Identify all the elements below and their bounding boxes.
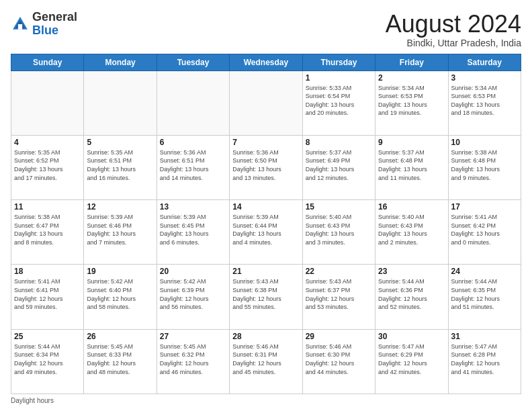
day-number: 25 bbox=[14, 332, 81, 341]
title-block: August 2024 Bindki, Uttar Pradesh, India bbox=[386, 11, 521, 48]
calendar-day-header: Saturday bbox=[448, 54, 521, 71]
day-number: 4 bbox=[14, 138, 81, 147]
logo-blue-text: Blue bbox=[32, 24, 58, 37]
day-number: 14 bbox=[232, 202, 299, 212]
day-number: 12 bbox=[87, 202, 153, 212]
calendar-day-header: Monday bbox=[84, 54, 157, 71]
day-info: Sunrise: 5:35 AMSunset: 6:52 PMDaylight:… bbox=[14, 148, 81, 182]
day-info: Sunrise: 5:41 AMSunset: 6:42 PMDaylight:… bbox=[451, 213, 518, 246]
calendar-cell: 24Sunrise: 5:44 AMSunset: 6:35 PMDayligh… bbox=[448, 265, 521, 329]
calendar-cell: 5Sunrise: 5:35 AMSunset: 6:51 PMDaylight… bbox=[84, 135, 157, 199]
calendar-cell: 11Sunrise: 5:38 AMSunset: 6:47 PMDayligh… bbox=[11, 200, 84, 265]
calendar-cell: 20Sunrise: 5:42 AMSunset: 6:39 PMDayligh… bbox=[157, 265, 229, 329]
calendar-day-header: Tuesday bbox=[157, 54, 229, 71]
calendar-cell bbox=[11, 71, 84, 135]
calendar-cell: 31Sunrise: 5:47 AMSunset: 6:28 PMDayligh… bbox=[448, 329, 521, 394]
logo-text: General Blue bbox=[32, 11, 77, 38]
day-number: 29 bbox=[306, 332, 372, 341]
day-info: Sunrise: 5:45 AMSunset: 6:32 PMDaylight:… bbox=[160, 342, 226, 376]
day-info: Sunrise: 5:34 AMSunset: 6:53 PMDaylight:… bbox=[451, 84, 518, 118]
calendar-cell: 6Sunrise: 5:36 AMSunset: 6:51 PMDaylight… bbox=[157, 135, 229, 199]
calendar-cell: 15Sunrise: 5:40 AMSunset: 6:43 PMDayligh… bbox=[302, 200, 375, 265]
day-number: 18 bbox=[14, 267, 81, 276]
calendar-week-row: 18Sunrise: 5:41 AMSunset: 6:41 PMDayligh… bbox=[11, 265, 521, 329]
calendar-cell: 16Sunrise: 5:40 AMSunset: 6:43 PMDayligh… bbox=[375, 200, 448, 265]
footer-note: Daylight hours bbox=[11, 397, 521, 404]
calendar-cell: 4Sunrise: 5:35 AMSunset: 6:52 PMDaylight… bbox=[11, 135, 84, 199]
calendar-cell: 2Sunrise: 5:34 AMSunset: 6:53 PMDaylight… bbox=[375, 71, 448, 135]
calendar-cell: 13Sunrise: 5:39 AMSunset: 6:45 PMDayligh… bbox=[157, 200, 229, 265]
calendar-cell: 10Sunrise: 5:38 AMSunset: 6:48 PMDayligh… bbox=[448, 135, 521, 199]
day-info: Sunrise: 5:46 AMSunset: 6:30 PMDaylight:… bbox=[306, 342, 372, 376]
calendar-cell: 30Sunrise: 5:47 AMSunset: 6:29 PMDayligh… bbox=[375, 329, 448, 394]
day-number: 16 bbox=[378, 202, 445, 212]
calendar-cell: 3Sunrise: 5:34 AMSunset: 6:53 PMDaylight… bbox=[448, 71, 521, 135]
calendar-header-row: SundayMondayTuesdayWednesdayThursdayFrid… bbox=[11, 54, 521, 71]
calendar-cell: 23Sunrise: 5:44 AMSunset: 6:36 PMDayligh… bbox=[375, 265, 448, 329]
logo: General Blue bbox=[11, 11, 77, 38]
day-info: Sunrise: 5:45 AMSunset: 6:33 PMDaylight:… bbox=[87, 342, 153, 376]
day-info: Sunrise: 5:37 AMSunset: 6:48 PMDaylight:… bbox=[378, 148, 445, 182]
day-info: Sunrise: 5:44 AMSunset: 6:35 PMDaylight:… bbox=[451, 277, 518, 311]
day-number: 13 bbox=[160, 202, 226, 212]
page: General Blue August 2024 Bindki, Uttar P… bbox=[0, 0, 532, 411]
day-number: 22 bbox=[306, 267, 372, 276]
calendar-week-row: 1Sunrise: 5:33 AMSunset: 6:54 PMDaylight… bbox=[11, 71, 521, 135]
day-number: 19 bbox=[87, 267, 153, 276]
calendar-cell bbox=[230, 71, 302, 135]
day-info: Sunrise: 5:38 AMSunset: 6:47 PMDaylight:… bbox=[14, 213, 81, 246]
day-info: Sunrise: 5:41 AMSunset: 6:41 PMDaylight:… bbox=[14, 277, 81, 311]
day-info: Sunrise: 5:36 AMSunset: 6:50 PMDaylight:… bbox=[232, 148, 299, 182]
day-number: 3 bbox=[451, 73, 518, 83]
day-number: 8 bbox=[306, 138, 372, 147]
day-number: 7 bbox=[232, 138, 299, 147]
calendar-cell: 21Sunrise: 5:43 AMSunset: 6:38 PMDayligh… bbox=[230, 265, 302, 329]
day-number: 24 bbox=[451, 267, 518, 276]
day-number: 20 bbox=[160, 267, 226, 276]
calendar-cell: 9Sunrise: 5:37 AMSunset: 6:48 PMDaylight… bbox=[375, 135, 448, 199]
calendar-day-header: Sunday bbox=[11, 54, 84, 71]
calendar-cell: 27Sunrise: 5:45 AMSunset: 6:32 PMDayligh… bbox=[157, 329, 229, 394]
day-info: Sunrise: 5:39 AMSunset: 6:44 PMDaylight:… bbox=[232, 213, 299, 246]
day-number: 2 bbox=[378, 73, 445, 83]
logo-general-text: General bbox=[32, 10, 77, 24]
calendar-cell: 26Sunrise: 5:45 AMSunset: 6:33 PMDayligh… bbox=[84, 329, 157, 394]
location-subtitle: Bindki, Uttar Pradesh, India bbox=[386, 38, 521, 48]
day-info: Sunrise: 5:44 AMSunset: 6:34 PMDaylight:… bbox=[14, 342, 81, 376]
calendar-cell: 14Sunrise: 5:39 AMSunset: 6:44 PMDayligh… bbox=[230, 200, 302, 265]
day-info: Sunrise: 5:47 AMSunset: 6:29 PMDaylight:… bbox=[378, 342, 445, 376]
calendar-cell: 18Sunrise: 5:41 AMSunset: 6:41 PMDayligh… bbox=[11, 265, 84, 329]
day-info: Sunrise: 5:43 AMSunset: 6:38 PMDaylight:… bbox=[232, 277, 299, 311]
day-info: Sunrise: 5:38 AMSunset: 6:48 PMDaylight:… bbox=[451, 148, 518, 182]
day-info: Sunrise: 5:40 AMSunset: 6:43 PMDaylight:… bbox=[306, 213, 372, 246]
day-number: 23 bbox=[378, 267, 445, 276]
day-number: 31 bbox=[451, 332, 518, 341]
day-info: Sunrise: 5:39 AMSunset: 6:45 PMDaylight:… bbox=[160, 213, 226, 246]
calendar-cell: 17Sunrise: 5:41 AMSunset: 6:42 PMDayligh… bbox=[448, 200, 521, 265]
calendar-week-row: 25Sunrise: 5:44 AMSunset: 6:34 PMDayligh… bbox=[11, 329, 521, 394]
day-info: Sunrise: 5:39 AMSunset: 6:46 PMDaylight:… bbox=[87, 213, 153, 246]
logo-icon bbox=[11, 15, 30, 34]
day-info: Sunrise: 5:37 AMSunset: 6:49 PMDaylight:… bbox=[306, 148, 372, 182]
calendar-day-header: Friday bbox=[375, 54, 448, 71]
day-info: Sunrise: 5:43 AMSunset: 6:37 PMDaylight:… bbox=[306, 277, 372, 311]
calendar-cell bbox=[157, 71, 229, 135]
day-number: 11 bbox=[14, 202, 81, 212]
svg-rect-2 bbox=[18, 24, 22, 30]
calendar-week-row: 11Sunrise: 5:38 AMSunset: 6:47 PMDayligh… bbox=[11, 200, 521, 265]
day-number: 27 bbox=[160, 332, 226, 341]
calendar-cell: 1Sunrise: 5:33 AMSunset: 6:54 PMDaylight… bbox=[302, 71, 375, 135]
calendar-cell: 7Sunrise: 5:36 AMSunset: 6:50 PMDaylight… bbox=[230, 135, 302, 199]
day-info: Sunrise: 5:47 AMSunset: 6:28 PMDaylight:… bbox=[451, 342, 518, 376]
calendar-cell: 8Sunrise: 5:37 AMSunset: 6:49 PMDaylight… bbox=[302, 135, 375, 199]
calendar-cell: 22Sunrise: 5:43 AMSunset: 6:37 PMDayligh… bbox=[302, 265, 375, 329]
day-number: 9 bbox=[378, 138, 445, 147]
calendar-cell bbox=[84, 71, 157, 135]
day-number: 6 bbox=[160, 138, 226, 147]
day-info: Sunrise: 5:35 AMSunset: 6:51 PMDaylight:… bbox=[87, 148, 153, 182]
day-number: 5 bbox=[87, 138, 153, 147]
calendar-cell: 28Sunrise: 5:46 AMSunset: 6:31 PMDayligh… bbox=[230, 329, 302, 394]
day-info: Sunrise: 5:46 AMSunset: 6:31 PMDaylight:… bbox=[232, 342, 299, 376]
header: General Blue August 2024 Bindki, Uttar P… bbox=[11, 11, 521, 48]
calendar-cell: 19Sunrise: 5:42 AMSunset: 6:40 PMDayligh… bbox=[84, 265, 157, 329]
